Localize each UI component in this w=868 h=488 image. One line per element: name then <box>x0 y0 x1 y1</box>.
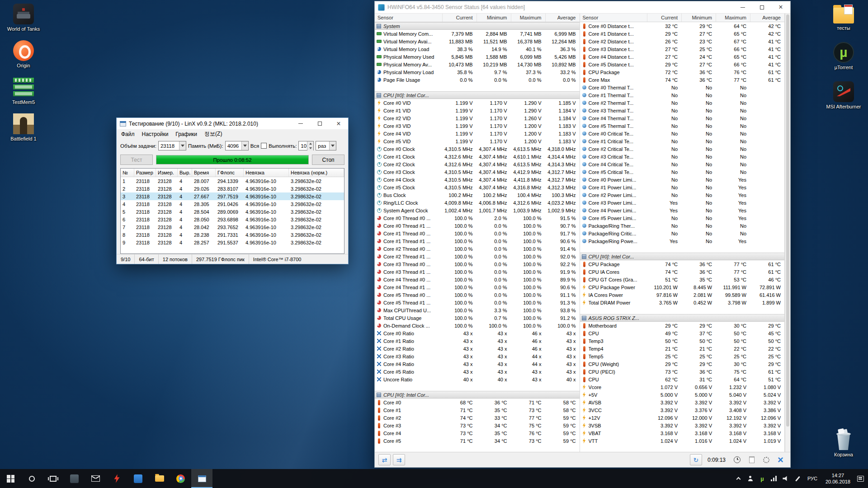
column-header[interactable]: № <box>121 169 134 177</box>
column-header[interactable]: ГФлопс <box>216 169 244 177</box>
recycle-bin[interactable]: Корзина <box>823 428 864 458</box>
sensor-row[interactable]: Core #171 °C35 °C73 °C58 °C <box>375 406 580 414</box>
scrollbar[interactable] <box>785 14 790 452</box>
maximize-icon[interactable] <box>752 1 771 13</box>
sensor-row[interactable]: Core #4 Thread #0 ...100.0 %0.0 %100.0 %… <box>375 276 580 283</box>
sensor-row[interactable]: VBAT3.168 V3.168 V3.168 V3.168 V <box>580 429 785 437</box>
sensor-row[interactable]: CPU Package72 °C36 °C76 °C61 °C <box>580 68 785 76</box>
sensor-section-header[interactable]: CPU [#0]: Intel Cor... <box>375 391 580 399</box>
taskbar-mail-button[interactable] <box>85 469 106 488</box>
sensor-row[interactable]: Core #2 Thread #1 ...100.0 %0.0 %100.0 %… <box>375 253 580 260</box>
sensor-row[interactable]: Core #1 Thermal T...NoNoNo <box>580 91 785 99</box>
linx-titlebar[interactable]: Тестирование (9/10) - LinX v0.9.2 (MKL: … <box>117 118 348 129</box>
sensor-row[interactable]: Total DRAM Power3.765 W0.452 W3.798 W1.8… <box>580 299 785 306</box>
sensor-row[interactable]: Core #068 °C36 °C71 °C58 °C <box>375 399 580 406</box>
taskbar-start-button[interactable] <box>0 469 21 488</box>
sensor-row[interactable]: Total CPU Usage100.0 %0.7 %100.0 %91.2 % <box>375 314 580 322</box>
sensor-row[interactable]: Core #5 Thermal T...NoNoNo <box>580 122 785 130</box>
sensor-row[interactable]: AVSB3.392 V3.392 V3.392 V3.392 V <box>580 399 785 406</box>
close-icon[interactable]: × <box>329 118 348 129</box>
sensor-row[interactable]: +5V5.000 V5.000 V5.040 V5.024 V <box>580 391 785 399</box>
result-row[interactable]: 22311823128429.026283.81074.963916e-103.… <box>121 185 344 192</box>
sensor-row[interactable]: CPU Package74 °C36 °C77 °C61 °C <box>580 260 785 268</box>
sensor-row[interactable]: Physical Memory Av...10,473 MB10,219 MB1… <box>375 61 580 68</box>
sensor-row[interactable]: CPU GT Cores (Gra...51 °C35 °C53 °C46 °C <box>580 276 785 283</box>
tray-pen-button[interactable] <box>792 469 803 488</box>
sensor-section-header[interactable]: CPU [#0]: Intel Cor... <box>375 91 580 99</box>
result-row[interactable]: 32311823128427.667297.75194.963916e-103.… <box>121 192 344 200</box>
sensor-row[interactable]: Core Max74 °C36 °C77 °C61 °C <box>580 76 785 84</box>
column-header[interactable]: Измер. <box>156 169 178 177</box>
sensor-row[interactable]: Core #3 Critical Te...NoNoNo <box>580 153 785 160</box>
test-button[interactable]: Тест <box>120 155 153 165</box>
maximize-icon[interactable] <box>310 118 329 129</box>
sensor-row[interactable]: Temp421 °C21 °C22 °C22 °C <box>580 345 785 352</box>
sensor-row[interactable]: Max CPU/Thread U...100.0 %3.3 %100.0 %93… <box>375 306 580 314</box>
sensor-row[interactable]: CPU (Weight)29 °C29 °C30 °C29 °C <box>580 360 785 368</box>
sensor-row[interactable]: Package/Ring Powe...YesNoYes <box>580 237 785 245</box>
sensor-row[interactable]: IA Cores Power97.816 W2.081 W99.589 W61.… <box>580 291 785 299</box>
sensor-row[interactable]: Core #3 Power Limi...YesNoYes <box>580 199 785 206</box>
column-header-current[interactable]: Current <box>647 14 681 22</box>
sensor-row[interactable]: CPU (PECI)73 °C36 °C75 °C61 °C <box>580 368 785 375</box>
sensor-section-header[interactable]: CPU [#0]: Intel Cor... <box>580 253 785 260</box>
sensor-row[interactable]: Virtual Memory Load38.3 %14.9 %40.1 %36.… <box>375 45 580 53</box>
scrollbar-thumb[interactable] <box>786 14 789 427</box>
sensor-row[interactable]: System Agent Clock1,002.4 MHz1,001.7 MHz… <box>375 206 580 214</box>
sensor-row[interactable]: Uncore Ratio40 x40 x43 x40 x <box>375 375 580 383</box>
sensor-row[interactable]: Core #4 Critical Te...NoNoNo <box>580 160 785 168</box>
column-header[interactable]: Выр. <box>178 169 192 177</box>
sensor-row[interactable]: Core #2 Power Limi...NoNoYes <box>580 191 785 199</box>
desktop-icon-afterburner[interactable]: MSI Afterburner <box>823 81 864 110</box>
sensor-row[interactable]: Core #571 °C34 °C73 °C59 °C <box>375 437 580 445</box>
memory-combo[interactable]: 4096 <box>225 141 249 150</box>
reset-values-button[interactable]: ↻ <box>690 454 702 465</box>
desktop-icon-testmem[interactable]: TestMem5 <box>3 77 44 105</box>
column-header[interactable]: Время <box>192 169 216 177</box>
taskbar-afterburner-button[interactable] <box>106 469 127 488</box>
column-header[interactable]: Невязка <box>244 169 289 177</box>
sensor-row[interactable]: Ring/LLC Clock4,009.8 MHz4,006.8 MHz4,31… <box>375 199 580 206</box>
sensor-row[interactable]: Core #1 Clock4,312.6 MHz4,307.4 MHz4,610… <box>375 153 580 160</box>
column-header-sensor[interactable]: Sensor <box>375 14 442 22</box>
sensor-row[interactable]: Core #1 Distance t...29 °C27 °C65 °C42 °… <box>580 30 785 38</box>
sensor-row[interactable]: Core #2 Distance t...26 °C23 °C67 °C41 °… <box>580 38 785 45</box>
settings-button[interactable] <box>760 454 772 465</box>
taskbar-app-blue-button[interactable] <box>127 469 149 488</box>
sensor-row[interactable]: Core #1 Thread #1 ...100.0 %0.0 %100.0 %… <box>375 237 580 245</box>
sensor-row[interactable]: Physical Memory Used5,845 MB1,588 MB6,09… <box>375 53 580 61</box>
sensor-row[interactable]: Core #2 VID1.199 V1.170 V1.260 V1.184 V <box>375 114 580 122</box>
sensor-row[interactable]: Core #274 °C33 °C77 °C59 °C <box>375 414 580 422</box>
tray-volume-button[interactable] <box>780 469 792 488</box>
sensor-row[interactable]: Core #2 Thermal T...NoNoNo <box>580 99 785 107</box>
sensor-row[interactable]: 3VSB3.392 V3.392 V3.392 V3.392 V <box>580 422 785 429</box>
sensor-row[interactable]: Core #4 Power Limi...YesNoYes <box>580 206 785 214</box>
sensor-row[interactable]: Core #1 VID1.199 V1.170 V1.290 V1.184 V <box>375 107 580 114</box>
sensor-section-header[interactable]: System <box>375 22 580 30</box>
tray-network-button[interactable] <box>768 469 780 488</box>
sensor-row[interactable]: Core #4 Clock4,310.5 MHz4,307.4 MHz4,411… <box>375 176 580 183</box>
sensor-row[interactable]: Package/Ring Critic...NoNoNo <box>580 230 785 237</box>
sensor-row[interactable]: Core #5 VID1.199 V1.170 V1.200 V1.183 V <box>375 137 580 145</box>
sensor-row[interactable]: Core #1 Power Limi...NoNoYes <box>580 183 785 191</box>
sensor-row[interactable]: Core #2 Thread #0 ...100.0 %0.0 %100.0 %… <box>375 245 580 253</box>
sensor-row[interactable]: Physical Memory Load35.8 %9.7 %37.3 %33.… <box>375 68 580 76</box>
desktop-icon-bf1[interactable]: Battlefield 1 <box>3 113 44 142</box>
sensor-row[interactable]: Core #4 Ratio43 x43 x44 x43 x <box>375 360 580 368</box>
sensor-row[interactable]: +12V12.096 V12.000 V12.192 V12.096 V <box>580 414 785 422</box>
menu-item[interactable]: Настройки <box>138 130 172 138</box>
column-header-average[interactable]: Average <box>750 14 784 22</box>
clock-button[interactable] <box>731 454 743 465</box>
close-sensors-button[interactable]: × <box>774 454 787 465</box>
sensor-row[interactable]: Core #5 Critical Te...NoNoNo <box>580 168 785 176</box>
hwinfo-titlebar[interactable]: HWiNFO64 v5.84-3450 Sensor Status [64 va… <box>375 1 790 14</box>
desktop-icon-utorrent[interactable]: µµTorrent <box>823 42 864 70</box>
column-header-minimum[interactable]: Minimum <box>681 14 716 22</box>
column-header-sensor[interactable]: Sensor <box>580 14 647 22</box>
sensor-row[interactable]: CPU62 °C31 °C64 °C51 °C <box>580 375 785 383</box>
column-header[interactable]: Размер <box>134 169 156 177</box>
sensor-row[interactable]: Core #5 Power Limi...NoNoYes <box>580 214 785 222</box>
column-header-average[interactable]: Average <box>545 14 580 22</box>
sensor-row[interactable]: Core #3 Thermal T...NoNoNo <box>580 107 785 114</box>
taskbar-linx-button[interactable] <box>191 469 212 488</box>
